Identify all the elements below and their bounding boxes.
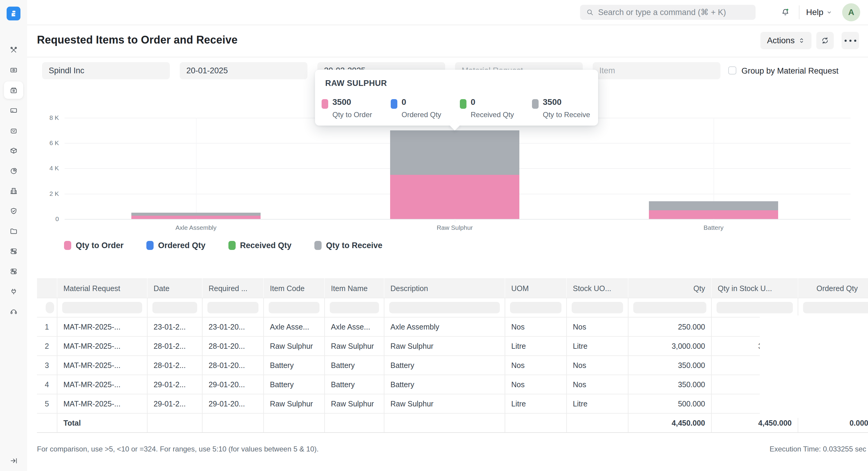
cell-uom: Nos (505, 356, 566, 375)
header-required-by[interactable]: Required ... (202, 279, 264, 298)
sidebar-collapse-button[interactable] (7, 454, 21, 467)
sidebar-item-card[interactable] (4, 102, 23, 119)
header-uom[interactable]: UOM (505, 279, 566, 298)
sidebar-item-quality[interactable] (4, 202, 23, 220)
header-material-request[interactable]: Material Request (57, 279, 147, 298)
tooltip-swatch (460, 99, 466, 109)
cell-stock-uom: Nos (566, 317, 628, 336)
company-filter[interactable]: Spindl Inc (42, 62, 170, 79)
bar-segment-qty-to-receive[interactable] (131, 213, 260, 216)
column-filter[interactable] (324, 298, 384, 317)
report-chart: 8 K 6 K 4 K 2 K 0 Axle Assembly Raw Sulp… (27, 111, 868, 252)
cell-date: 23-01-2... (147, 317, 202, 336)
item-filter[interactable]: Item (593, 62, 720, 79)
row-number: 5 (37, 394, 57, 413)
cell-date: 29-01-2... (147, 394, 202, 413)
notifications-button[interactable] (777, 4, 794, 21)
tooltip-title: RAW SULPHUR (325, 79, 387, 88)
legend-item-ordered-qty[interactable]: Ordered Qty (146, 241, 206, 250)
column-filter[interactable] (57, 298, 147, 317)
sidebar-item-payments[interactable] (4, 61, 23, 79)
table-row[interactable]: 4 MAT-MR-2025-... 29-01-2... 29-01-20...… (37, 375, 868, 394)
column-filter[interactable] (384, 298, 505, 317)
bar-segment-qty-to-order[interactable] (649, 210, 778, 219)
column-filter[interactable] (264, 298, 324, 317)
user-avatar[interactable]: A (842, 3, 860, 21)
column-filter[interactable] (147, 298, 202, 317)
legend-item-received-qty[interactable]: Received Qty (228, 241, 291, 250)
avatar-initial: A (848, 7, 854, 17)
column-filter[interactable] (798, 298, 868, 317)
group-by-checkbox[interactable] (728, 66, 736, 74)
chart-tooltip: RAW SULPHUR 3500 Qty to Order 0 Ordered … (315, 70, 598, 126)
cell-uom: Litre (505, 394, 566, 413)
row-number: 1 (37, 317, 57, 336)
tooltip-label: Qty to Order (333, 110, 372, 119)
from-date-filter[interactable]: 20-01-2025 (180, 62, 307, 79)
header-qty-in-stock[interactable]: Qty in Stock U... (711, 279, 798, 298)
column-filter[interactable] (711, 298, 798, 317)
cell-qty: 500.000 (628, 394, 711, 413)
header-row-number (37, 279, 57, 298)
cell-qty: 350.000 (628, 375, 711, 394)
column-filter[interactable] (566, 298, 628, 317)
row-number: 4 (37, 375, 57, 394)
app-logo[interactable] (7, 7, 21, 21)
cell-material-request: MAT-MR-2025-... (57, 356, 147, 375)
column-filter[interactable] (202, 298, 264, 317)
bar-segment-qty-to-receive[interactable] (390, 130, 519, 174)
column-filter[interactable] (628, 298, 711, 317)
cell-description: Battery (384, 375, 505, 394)
table-row[interactable]: 2 MAT-MR-2025-... 28-01-2... 28-01-20...… (37, 336, 868, 356)
group-by-label[interactable]: Group by Material Request (741, 66, 839, 76)
table-row[interactable]: 1 MAT-MR-2025-... 23-01-2... 23-01-20...… (37, 317, 868, 336)
header-item-code[interactable]: Item Code (264, 279, 324, 298)
header-description[interactable]: Description (384, 279, 505, 298)
actions-button[interactable]: Actions (761, 32, 811, 49)
refresh-icon (821, 36, 829, 45)
sidebar-item-switches-alt[interactable] (4, 263, 23, 280)
sidebar-item-switches[interactable] (4, 242, 23, 260)
sidebar-item-analytics[interactable] (4, 162, 23, 179)
total-label: Total (57, 413, 147, 433)
header-date[interactable]: Date (147, 279, 202, 298)
cell-stock-uom: Nos (566, 356, 628, 375)
sidebar-item-organization[interactable] (4, 182, 23, 199)
cash-icon (10, 66, 18, 74)
header-ordered-qty[interactable]: Ordered Qty (798, 279, 868, 298)
tooltip-swatch (321, 99, 328, 109)
sidebar-item-buying[interactable] (4, 122, 23, 139)
cell-material-request: MAT-MR-2025-... (57, 394, 147, 413)
legend-item-qty-to-receive[interactable]: Qty to Receive (314, 241, 382, 250)
legend-label: Ordered Qty (158, 241, 206, 250)
sidebar-item-tools[interactable] (4, 41, 23, 59)
global-search-input[interactable]: Search or type a command (⌘ + K) (580, 5, 755, 20)
help-menu[interactable]: Help (806, 4, 832, 21)
cell-qty: 250.000 (628, 317, 711, 336)
table-row[interactable]: 5 MAT-MR-2025-... 29-01-2... 29-01-20...… (37, 394, 868, 413)
header-item-name[interactable]: Item Name (324, 279, 384, 298)
sidebar-item-stock[interactable] (4, 81, 23, 99)
bar-segment-qty-to-order[interactable] (131, 216, 260, 219)
column-filter[interactable] (505, 298, 566, 317)
table-row[interactable]: 3 MAT-MR-2025-... 28-01-2... 28-01-20...… (37, 356, 868, 375)
toggles-icon (10, 247, 18, 255)
tooltip-value: 3500 (543, 97, 561, 107)
sidebar-item-support[interactable] (4, 303, 23, 320)
header-stock-uom[interactable]: Stock UO... (566, 279, 628, 298)
sidebar-item-manufacturing[interactable] (4, 142, 23, 159)
legend-item-qty-to-order[interactable]: Qty to Order (64, 241, 124, 250)
bar-segment-qty-to-order[interactable] (390, 175, 519, 219)
cell-item-code: Raw Sulphur (264, 336, 324, 356)
header-qty[interactable]: Qty (628, 279, 711, 298)
column-filter[interactable] (37, 298, 57, 317)
legend-swatch (314, 241, 321, 250)
cell-material-request: MAT-MR-2025-... (57, 375, 147, 394)
menu-button[interactable] (842, 32, 859, 49)
sidebar-item-projects[interactable] (4, 222, 23, 240)
bar-segment-qty-to-receive[interactable] (649, 201, 778, 210)
package-icon (10, 146, 18, 155)
refresh-button[interactable] (816, 32, 834, 49)
sidebar-item-integrations[interactable] (4, 283, 23, 300)
from-date-value: 20-01-2025 (186, 66, 228, 75)
